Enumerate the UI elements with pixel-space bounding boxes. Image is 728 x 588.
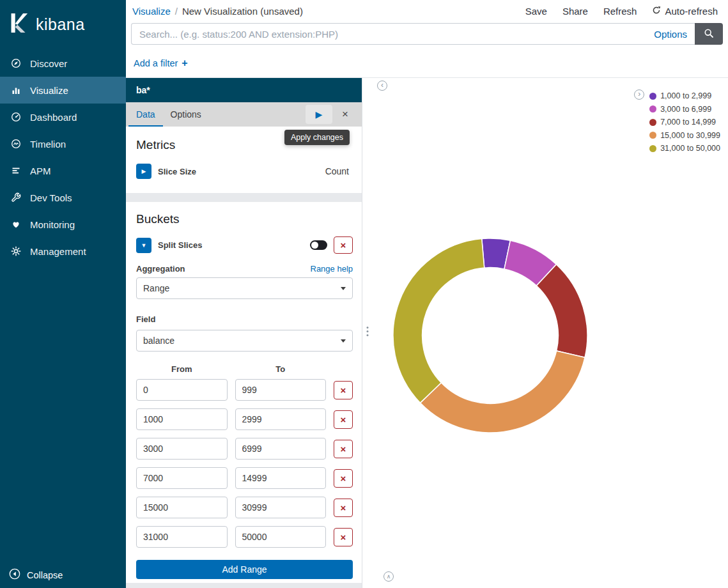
add-filter-button[interactable]: Add a filter + bbox=[134, 58, 188, 69]
delete-range-button[interactable]: × bbox=[334, 528, 353, 546]
sidebar-item-dev-tools[interactable]: Dev Tools bbox=[0, 184, 126, 211]
toolbar-spacer bbox=[209, 102, 304, 127]
field-select[interactable]: balance bbox=[136, 330, 353, 352]
apply-changes-tooltip: Apply changes bbox=[284, 130, 350, 145]
range-row: × bbox=[136, 408, 353, 430]
range-from-input[interactable] bbox=[136, 379, 228, 401]
range-to-input[interactable] bbox=[235, 497, 327, 518]
sidebar-item-label: Dev Tools bbox=[30, 192, 72, 203]
range-from-input[interactable] bbox=[136, 497, 228, 518]
add-range-button[interactable]: Add Range bbox=[136, 560, 353, 579]
sidebar: kibana Discover Visualize Dashboard bbox=[0, 0, 126, 588]
sidebar-item-monitoring[interactable]: Monitoring bbox=[0, 211, 126, 238]
plus-icon: + bbox=[182, 58, 187, 69]
chevron-right-icon[interactable]: › bbox=[634, 89, 644, 100]
range-from-input[interactable] bbox=[136, 526, 228, 548]
delete-range-button[interactable]: × bbox=[334, 381, 353, 399]
sidebar-item-label: Timelion bbox=[30, 139, 66, 150]
range-to-input[interactable] bbox=[235, 379, 327, 401]
delete-range-button[interactable]: × bbox=[334, 469, 353, 488]
sidebar-item-apm[interactable]: APM bbox=[0, 157, 126, 184]
play-icon: ▶ bbox=[316, 109, 323, 120]
legend-dot bbox=[649, 119, 656, 126]
editor-toolbar: Data Options ▶ × bbox=[126, 102, 362, 127]
tab-options[interactable]: Options bbox=[163, 102, 209, 127]
sidebar-item-label: Discover bbox=[30, 58, 67, 69]
from-column-header: From bbox=[136, 364, 228, 374]
pie-slice[interactable] bbox=[393, 239, 484, 403]
buckets-section: Buckets ▼ Split Slices × Aggregation Ran… bbox=[126, 202, 362, 583]
wrench-icon bbox=[11, 192, 22, 203]
field-label: Field bbox=[136, 314, 155, 324]
main-content: ba* Data Options ▶ × Apply changes Metri… bbox=[126, 78, 728, 588]
heart-pulse-icon bbox=[11, 219, 22, 229]
aggregation-label: Aggregation bbox=[136, 264, 185, 274]
breadcrumb-visualize-link[interactable]: Visualize bbox=[132, 6, 171, 17]
legend-dot bbox=[649, 132, 656, 139]
gauge-icon bbox=[11, 112, 22, 122]
sidebar-collapse-button[interactable]: Collapse bbox=[9, 568, 63, 582]
range-to-input[interactable] bbox=[235, 467, 327, 489]
sidebar-item-dashboard[interactable]: Dashboard bbox=[0, 104, 126, 130]
legend-item[interactable]: 1,000 to 2,999 bbox=[649, 89, 720, 103]
gear-icon bbox=[11, 246, 22, 256]
save-button[interactable]: Save bbox=[525, 6, 547, 17]
range-from-input[interactable] bbox=[136, 408, 228, 430]
play-icon: ▶ bbox=[142, 168, 146, 174]
sidebar-item-label: Dashboard bbox=[30, 112, 77, 123]
metric-label: Slice Size bbox=[158, 167, 196, 176]
caret-down-icon: ▼ bbox=[141, 242, 147, 249]
split-slices-toggle[interactable] bbox=[310, 240, 327, 250]
share-button[interactable]: Share bbox=[562, 6, 588, 17]
kibana-logo[interactable]: kibana bbox=[0, 0, 126, 50]
sidebar-item-timelion[interactable]: Timelion bbox=[0, 130, 126, 157]
range-to-input[interactable] bbox=[235, 408, 327, 430]
bucket-collapse-button[interactable]: ▼ bbox=[136, 238, 151, 253]
chevron-left-icon[interactable]: ‹ bbox=[377, 81, 387, 91]
range-help-link[interactable]: Range help bbox=[311, 264, 353, 274]
legend-dot bbox=[649, 93, 656, 100]
apply-changes-button[interactable]: ▶ bbox=[306, 105, 332, 124]
legend-item[interactable]: 7,000 to 14,999 bbox=[649, 116, 720, 129]
delete-range-button[interactable]: × bbox=[334, 410, 353, 429]
delete-range-button[interactable]: × bbox=[334, 499, 353, 517]
add-filter-label: Add a filter bbox=[134, 58, 178, 68]
legend-item[interactable]: 3,000 to 6,999 bbox=[649, 103, 720, 116]
drag-handle-icon[interactable] bbox=[365, 325, 369, 337]
aggregation-select[interactable]: Range bbox=[136, 277, 353, 299]
range-row: × bbox=[136, 526, 353, 548]
range-to-input[interactable] bbox=[235, 526, 327, 548]
pie-slice[interactable] bbox=[536, 265, 587, 358]
discard-changes-button[interactable]: × bbox=[334, 102, 357, 127]
metric-expand-button[interactable]: ▶ bbox=[136, 164, 151, 179]
metric-value: Count bbox=[325, 166, 353, 176]
sidebar-item-management[interactable]: Management bbox=[0, 238, 126, 265]
query-options-link[interactable]: Options bbox=[646, 29, 695, 40]
pie-slice[interactable] bbox=[420, 351, 585, 433]
range-to-input[interactable] bbox=[235, 438, 327, 460]
buckets-heading: Buckets bbox=[136, 212, 353, 226]
metric-row: ▶ Slice Size Count bbox=[136, 164, 353, 179]
refresh-button[interactable]: Refresh bbox=[603, 6, 637, 17]
search-submit-button[interactable] bbox=[695, 23, 723, 45]
field-selected-value: balance bbox=[143, 336, 174, 346]
chevron-up-icon[interactable]: ∧ bbox=[383, 571, 394, 582]
delete-bucket-button[interactable]: × bbox=[334, 236, 353, 254]
range-from-input[interactable] bbox=[136, 467, 228, 489]
legend-item[interactable]: 15,000 to 30,999 bbox=[649, 129, 720, 143]
aggregation-selected-value: Range bbox=[143, 283, 169, 293]
delete-range-button[interactable]: × bbox=[334, 440, 353, 458]
range-from-input[interactable] bbox=[136, 438, 228, 460]
auto-refresh-button[interactable]: Auto-refresh bbox=[652, 6, 718, 17]
donut-chart bbox=[388, 233, 592, 438]
panel-resizer[interactable] bbox=[362, 78, 372, 588]
sidebar-item-discover[interactable]: Discover bbox=[0, 50, 126, 77]
legend-item[interactable]: 31,000 to 50,000 bbox=[649, 142, 720, 155]
top-header: Visualize / New Visualization (unsaved) … bbox=[126, 0, 728, 78]
search-input[interactable] bbox=[132, 29, 646, 40]
tab-data[interactable]: Data bbox=[128, 102, 163, 127]
sidebar-item-visualize[interactable]: Visualize bbox=[0, 77, 126, 104]
collapse-circle-left-icon bbox=[9, 568, 20, 582]
range-column-headers: From To bbox=[136, 364, 353, 374]
vis-editor-panel: ba* Data Options ▶ × Apply changes Metri… bbox=[126, 78, 362, 588]
